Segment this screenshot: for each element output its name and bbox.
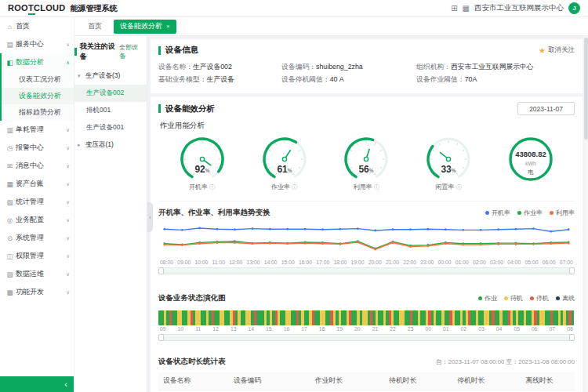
brush-handle-left[interactable]	[158, 267, 164, 274]
device-info-card: 设备信息 ★ 取消关注 设备名称：生产设备002基础业务模型：生产设备设备编码：…	[151, 39, 583, 93]
sidebar-item[interactable]: ◫权限管理∨	[0, 247, 74, 265]
sidebar-group: ◧数据分析∧仪表工况分析设备能效分析指标趋势分析	[0, 53, 74, 121]
legend-label: 开机率	[492, 209, 510, 217]
sidebar-item-label: 报警中心	[16, 143, 44, 153]
system-icon: ⊙	[5, 234, 14, 242]
chevron-down-icon: ∨	[66, 181, 70, 187]
trend-brush-slider[interactable]	[158, 267, 575, 274]
legend-离线[interactable]: 离线	[556, 294, 575, 303]
info-icon: ⓘ	[292, 183, 298, 191]
timeline-x-axis: 0910111213141516171819202122230001020304…	[158, 325, 575, 332]
x-tick-label: 01:00	[456, 260, 469, 265]
legend-开机率[interactable]: 开机率	[485, 209, 510, 217]
chevron-down-icon: ∨	[66, 127, 70, 133]
x-tick-label: 00:00	[438, 260, 452, 265]
field-label: 组织机构：	[416, 63, 451, 71]
sidebar-item[interactable]: ◧数据分析∧	[2, 53, 74, 71]
legend-待机[interactable]: 待机	[504, 294, 523, 303]
tab-item[interactable]: 首页	[82, 20, 108, 34]
x-tick-label: 19:00	[351, 260, 365, 265]
panel-collapse-handle[interactable]: ‹	[147, 202, 153, 232]
legend-label: 利用率	[556, 209, 575, 217]
x-tick-label: 13	[230, 326, 237, 332]
sidebar-item[interactable]: ▦资产台账∨	[0, 175, 74, 193]
main-scrollbar[interactable]	[584, 36, 588, 392]
fullscreen-icon[interactable]: ⊞	[451, 4, 457, 13]
date-picker[interactable]: 2023-11-07	[517, 102, 575, 115]
user-avatar[interactable]: J	[568, 2, 580, 14]
scrollbar-thumb[interactable]	[584, 38, 588, 140]
tab-close-icon[interactable]: ×	[166, 23, 170, 30]
sidebar-collapse-bar[interactable]: ‹	[0, 376, 74, 392]
device-panel-title: 我关注的设备	[74, 42, 119, 62]
sidebar-item[interactable]: ▤服务中心∨	[0, 35, 74, 53]
x-tick-label: 21:00	[386, 260, 399, 265]
x-tick-label: 16	[284, 326, 290, 332]
x-tick-label: 03:00	[490, 260, 503, 265]
trend-line-chart[interactable]	[158, 221, 575, 259]
trend-header: 开机率、作业率、利用率趋势变换 开机率作业率利用率	[158, 201, 575, 218]
duration-table: 设备名称设备编码作业时长待机时长停机时长离线时长 生产设备002shuibeng…	[158, 372, 575, 392]
sidebar-subitem[interactable]: 指标趋势分析	[2, 104, 74, 121]
gauge-label: 作业率ⓘ	[271, 183, 298, 191]
brush-handle-left[interactable]	[158, 334, 164, 341]
gauges-row: 92%开机率ⓘ61%作业率ⓘ56%利用率ⓘ33%闲置率ⓘ43808.82kWh电	[158, 131, 575, 198]
sidebar-group: ▩功能开发∨	[0, 283, 74, 301]
sidebar-item[interactable]: ✉消息中心∨	[0, 157, 74, 175]
tabbar: 首页设备能效分析×	[74, 17, 588, 36]
tab-active[interactable]: 设备能效分析×	[114, 20, 176, 34]
sidebar-item[interactable]: ▨数据运维∨	[0, 265, 74, 283]
x-tick-label: 01	[443, 326, 449, 332]
svg-text:43808.82: 43808.82	[515, 150, 546, 158]
star-icon: ★	[539, 46, 546, 55]
x-tick-label: 11	[195, 326, 201, 332]
data-ops-icon: ▨	[5, 270, 14, 278]
gauge-开机率: 92%开机率ⓘ	[164, 133, 241, 191]
sidebar-subitem[interactable]: 设备能效分析	[2, 88, 74, 104]
sidebar-item-label: 消息中心	[16, 161, 44, 171]
device-item[interactable]: 排机001	[74, 102, 147, 119]
device-group[interactable]: ▾生产设备(3)	[74, 67, 147, 85]
x-tick-label: 22	[390, 326, 396, 332]
x-tick-label: 11:00	[212, 260, 226, 265]
sidebar-item[interactable]: ▧统计管理∨	[0, 193, 74, 211]
legend-利用率[interactable]: 利用率	[550, 209, 575, 217]
legend-作业率[interactable]: 作业率	[517, 209, 543, 217]
table-header-row: 设备名称设备编码作业时长待机时长停机时长离线时长	[158, 372, 575, 390]
legend-作业[interactable]: 作业	[478, 294, 497, 303]
x-tick-label: 03	[478, 326, 485, 332]
device-info-field: 组织机构：西安市工业互联网展示中心	[416, 63, 575, 72]
sidebar-subitem[interactable]: 仪表工况分析	[2, 71, 74, 88]
sidebar-item[interactable]: ▥单耗管理∨	[0, 121, 74, 139]
all-devices-link[interactable]: 全部设备	[119, 43, 143, 60]
unfollow-button[interactable]: ★ 取消关注	[539, 45, 575, 55]
timeline-brush-slider[interactable]	[158, 334, 575, 341]
brush-handle-right[interactable]	[569, 334, 575, 341]
x-tick-label: 04:00	[507, 260, 521, 265]
tab-label: 设备能效分析	[120, 21, 162, 31]
legend-停机[interactable]: 停机	[530, 294, 549, 303]
sidebar-item[interactable]: ▩功能开发∨	[0, 283, 74, 301]
status-timeline-bar[interactable]	[158, 310, 575, 325]
device-item[interactable]: 生产设备001	[74, 119, 147, 136]
sidebar-item[interactable]: ◷报警中心∨	[0, 139, 74, 157]
field-label: 设备停机阈值：	[281, 75, 330, 83]
legend-label: 停机	[536, 294, 549, 303]
sidebar-item[interactable]: ◎业务配置∨	[0, 211, 74, 229]
sidebar-item[interactable]: ⊙系统管理∨	[0, 229, 74, 247]
x-tick-label: 09:00	[177, 260, 191, 265]
sidebar-item[interactable]: ⌂首页	[0, 17, 74, 35]
gauge-作业率: 61%作业率ⓘ	[246, 133, 323, 191]
device-item[interactable]: 生产设备002	[74, 85, 147, 102]
duration-table-block: 设备状态时长统计表 自：2023-11-07 08:00:00 至：2023-1…	[158, 357, 575, 392]
sidebar-item-label: 功能开发	[16, 287, 44, 297]
brush-handle-right[interactable]	[569, 267, 575, 274]
sidebar: ⌂首页▤服务中心∨◧数据分析∧仪表工况分析设备能效分析指标趋势分析▥单耗管理∨◷…	[0, 17, 74, 392]
table-title: 设备状态时长统计表	[158, 357, 226, 367]
x-tick-label: 14	[248, 326, 254, 332]
gauge-闲置率: 33%闲置率ⓘ	[410, 133, 487, 191]
device-group[interactable]: ▸变压器(1)	[74, 136, 147, 154]
legend-label: 离线	[562, 294, 575, 303]
field-label: 设备编码：	[281, 63, 316, 71]
alarm-icon: ◷	[5, 144, 14, 152]
